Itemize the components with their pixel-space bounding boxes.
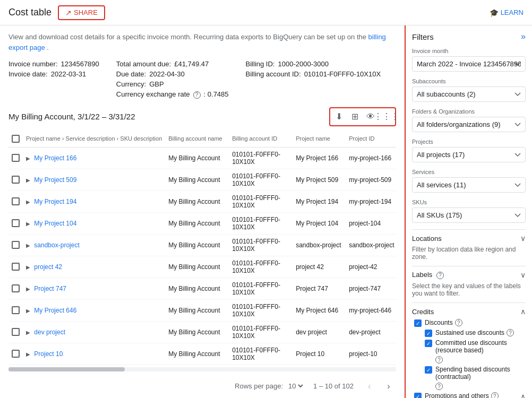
row-checkbox[interactable] xyxy=(12,263,20,271)
filter-folders: Folders & Organizations All folders/orga… xyxy=(412,108,526,132)
project-link[interactable]: sandbox-project xyxy=(34,241,79,249)
table-icon[interactable]: ⊞ xyxy=(347,109,362,124)
subaccounts-select[interactable]: All subaccounts (2) xyxy=(412,86,526,102)
promotions-help-icon[interactable]: ? xyxy=(491,392,499,398)
discounts-checkbox[interactable]: ✓ xyxy=(414,319,422,327)
header: Cost table ↗ SHARE 🎓 LEARN xyxy=(0,0,532,25)
expand-icon[interactable]: ▶ xyxy=(26,351,30,357)
invoice-col-3: Billing ID: 1000-2000-3000 Billing accou… xyxy=(246,60,381,99)
row-billing-id: 010101-F0FFF0-10X10X xyxy=(229,234,293,256)
billing-id-row: Billing ID: 1000-2000-3000 xyxy=(246,60,381,68)
data-table: Project name › Service description › SKU… xyxy=(8,131,396,365)
invoice-number-row: Invoice number: 1234567890 xyxy=(8,60,99,68)
row-billing-id: 010101-F0FFF0-10X10X xyxy=(229,299,293,321)
project-link[interactable]: My Project 509 xyxy=(34,176,76,184)
spending-help-icon[interactable]: ? xyxy=(435,383,443,390)
content-area: View and download cost details for a spe… xyxy=(0,25,405,398)
th-checkbox xyxy=(8,131,23,148)
expand-icon[interactable]: ▶ xyxy=(26,308,30,314)
row-project-id: project-42 xyxy=(346,256,396,278)
columns-icon[interactable]: ⋮⋮⋮ xyxy=(379,109,394,124)
project-link[interactable]: My Project 166 xyxy=(34,154,76,162)
folders-select[interactable]: All folders/organizations (9) xyxy=(412,117,526,132)
projects-select[interactable]: All projects (17) xyxy=(412,147,526,162)
filter-projects: Projects All projects (17) xyxy=(412,139,526,162)
row-checkbox-cell xyxy=(8,147,23,169)
filters-header: Filters » xyxy=(412,32,526,41)
share-button[interactable]: ↗ SHARE xyxy=(58,5,105,20)
th-project-id: Project ID xyxy=(346,131,396,148)
project-link[interactable]: My Project 104 xyxy=(34,220,76,227)
row-checkbox[interactable] xyxy=(12,284,20,292)
project-link[interactable]: Project 747 xyxy=(34,285,66,292)
row-checkbox[interactable] xyxy=(12,241,20,249)
table-body: ▶ My Project 166 My Billing Account 0101… xyxy=(8,147,396,365)
filter-skus: SKUs All SKUs (175) xyxy=(412,199,526,223)
expand-icon[interactable]: ▶ xyxy=(26,221,30,227)
expand-icon[interactable]: ▶ xyxy=(26,264,30,270)
row-checkbox[interactable] xyxy=(12,328,20,336)
row-checkbox[interactable] xyxy=(12,306,20,314)
next-page-button[interactable]: › xyxy=(381,379,396,394)
rows-per-page-select[interactable]: 10 25 50 xyxy=(286,382,305,391)
row-project-id: sandbox-project xyxy=(346,234,396,256)
exchange-rate-row: Currency exchange rate ? : 0.7485 xyxy=(116,90,229,99)
table-row: ▶ dev project My Billing Account 010101-… xyxy=(8,321,396,343)
sustained-help-icon[interactable]: ? xyxy=(507,329,514,336)
expand-icon[interactable]: ▶ xyxy=(26,286,30,292)
row-checkbox[interactable] xyxy=(12,197,20,205)
services-select[interactable]: All services (11) xyxy=(412,177,526,193)
horizontal-scrollbar[interactable] xyxy=(8,367,396,371)
committed-checkbox[interactable]: ✓ xyxy=(425,340,432,347)
row-checkbox[interactable] xyxy=(12,350,20,358)
prev-page-button[interactable]: ‹ xyxy=(362,379,377,394)
row-checkbox-cell xyxy=(8,212,23,234)
project-link[interactable]: My Project 194 xyxy=(34,198,76,205)
learn-button[interactable]: 🎓 LEARN xyxy=(490,8,524,17)
promotions-checkbox[interactable]: ✓ xyxy=(414,393,422,398)
row-checkbox[interactable] xyxy=(12,219,20,227)
table-row: ▶ Project 10 My Billing Account 010101-F… xyxy=(8,343,396,365)
expand-icon[interactable]: ▶ xyxy=(26,155,30,161)
row-project: ▶ Project 10 xyxy=(23,343,165,365)
committed-help-icon[interactable]: ? xyxy=(435,356,443,364)
row-billing-name: My Billing Account xyxy=(165,256,229,278)
page-navigation: ‹ › xyxy=(362,379,396,394)
row-billing-name: My Billing Account xyxy=(165,234,229,256)
sustained-item: ✓ Sustained use discounts ? xyxy=(412,327,526,337)
filters-collapse-icon[interactable]: » xyxy=(521,32,526,41)
skus-select[interactable]: All SKUs (175) xyxy=(412,207,526,223)
project-link[interactable]: dev project xyxy=(34,328,65,336)
project-link[interactable]: My Project 646 xyxy=(34,307,76,314)
table-row: ▶ project 42 My Billing Account 010101-F… xyxy=(8,256,396,278)
exchange-help-icon[interactable]: ? xyxy=(193,91,201,99)
expand-icon[interactable]: ▶ xyxy=(26,199,30,205)
scrollbar-thumb[interactable] xyxy=(8,367,125,371)
credits-header[interactable]: Credits ∧ xyxy=(412,307,526,316)
row-project-name: Project 747 xyxy=(293,278,346,299)
row-project: ▶ My Project 509 xyxy=(23,169,165,191)
total-amount-row: Total amount due: £41,749.47 xyxy=(116,60,229,68)
expand-icon[interactable]: ▶ xyxy=(26,330,30,335)
download-icon[interactable]: ⬇ xyxy=(331,109,346,124)
sustained-checkbox[interactable]: ✓ xyxy=(425,330,432,337)
row-checkbox[interactable] xyxy=(12,176,20,184)
row-project-name: My Project 509 xyxy=(293,169,346,191)
spending-checkbox[interactable]: ✓ xyxy=(425,366,432,374)
discounts-help-icon[interactable]: ? xyxy=(455,319,462,326)
row-checkbox[interactable] xyxy=(12,154,20,162)
row-billing-name: My Billing Account xyxy=(165,212,229,234)
expand-icon[interactable]: ▶ xyxy=(26,177,30,183)
project-link[interactable]: Project 10 xyxy=(34,350,63,358)
expand-icon[interactable]: ▶ xyxy=(26,243,30,248)
labels-title: Labels ? xyxy=(412,271,444,279)
labels-header[interactable]: Labels ? ∨ xyxy=(412,271,526,279)
locations-header[interactable]: Locations ∨ xyxy=(412,234,526,243)
th-billing-id: Billing account ID xyxy=(229,131,293,148)
select-all-checkbox[interactable] xyxy=(12,135,20,143)
table-row: ▶ My Project 194 My Billing Account 0101… xyxy=(8,191,396,212)
labels-help-icon[interactable]: ? xyxy=(436,272,444,279)
project-link[interactable]: project 42 xyxy=(34,263,62,271)
invoice-month-select[interactable]: March 2022 - Invoice 1234567890 xyxy=(412,56,526,72)
row-project: ▶ Project 747 xyxy=(23,278,165,299)
